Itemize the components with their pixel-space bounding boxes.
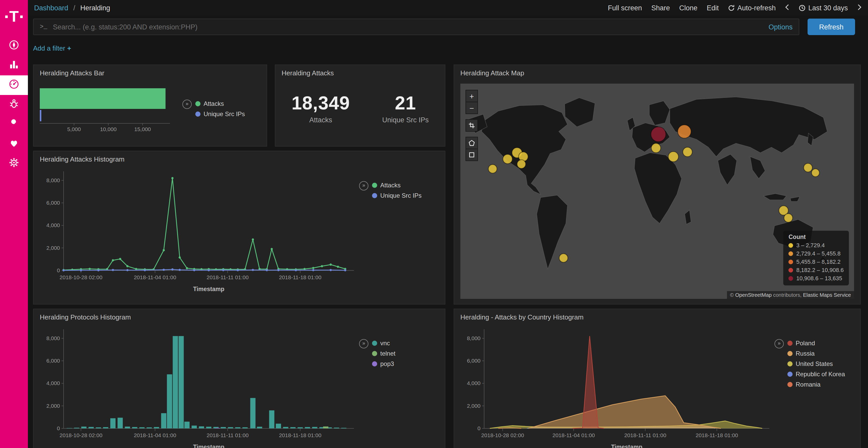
svg-text:0: 0 [477,425,480,431]
legend-toggle-icon[interactable]: » [774,339,784,348]
protocols-histogram-chart[interactable]: 02,0004,0006,0008,0002018-10-28 02:00201… [37,323,359,448]
svg-text:2018-10-28 02:00: 2018-10-28 02:00 [60,432,102,438]
legend-label: Unique Src IPs [204,110,245,118]
sidebar-item-management[interactable] [0,154,28,173]
svg-text:2,000: 2,000 [46,403,60,409]
search-input[interactable] [52,23,764,31]
legend-color-dot [372,361,377,367]
svg-text:2018-11-04 01:00: 2018-11-04 01:00 [134,274,176,280]
attacks-histogram-chart[interactable]: 02,0004,0006,0008,0002018-10-28 02:00201… [37,165,359,297]
share-button[interactable]: Share [651,4,670,12]
telekom-logo: T [5,1,23,32]
auto-refresh-button[interactable]: Auto-refresh [728,4,776,12]
sidebar-item-devtools[interactable] [0,114,28,134]
attacks-bar-chart[interactable]: 5,00010,00015,000 [37,79,179,139]
filter-bar: Add a filter+ [33,44,71,52]
elastic-maps-service-link[interactable]: Elastic Maps Service [803,292,851,298]
gear-icon [8,157,20,170]
svg-text:4,000: 4,000 [467,380,480,386]
chart-legend: » vnctelnetpop3 [359,323,437,448]
metric-unique-src-ips: 21 Unique Src IPs [382,92,429,124]
sidebar-item-dashboard[interactable] [0,75,28,95]
map-legend-item: 2,729.4 – 5,455.8 [789,250,844,256]
clone-button[interactable]: Clone [679,4,698,12]
legend-label: Russia [796,350,814,357]
legend-item[interactable]: Russia [787,350,845,357]
svg-text:Timestamp: Timestamp [193,444,224,448]
svg-text:2018-11-11 01:00: 2018-11-11 01:00 [624,432,666,438]
legend-toggle-icon[interactable]: » [359,339,368,348]
map-controls: + − [466,90,478,161]
legend-item[interactable]: Attacks [195,100,245,107]
legend-label: Attacks [380,182,401,189]
svg-text:8,000: 8,000 [467,335,480,341]
legend-item[interactable]: Unique Src IPs [195,110,245,118]
refresh-arrow-icon [728,4,735,11]
country-histogram-chart[interactable]: 02,0004,0006,0008,0002018-10-28 02:00201… [457,323,774,448]
legend-toggle-icon[interactable]: » [359,181,368,191]
legend-toggle-icon[interactable]: » [182,100,192,109]
heartbeat-icon [8,137,20,151]
map-rect-filter-button[interactable] [466,149,478,161]
openstreetmap-link[interactable]: OpenStreetMap [735,292,772,298]
sidebar-item-timelion[interactable] [0,95,28,114]
map-legend-item: 10,908.6 – 13,635 [789,275,844,281]
refresh-query-button[interactable]: Refresh [808,19,855,35]
top-navbar: Dashboard / Heralding Full screen Share … [28,0,868,15]
time-forward-button[interactable] [857,4,862,12]
svg-text:6,000: 6,000 [467,358,480,364]
add-filter-link[interactable]: Add a filter+ [33,44,71,52]
search-box: >_ Options [33,19,799,35]
breadcrumb-dashboard-link[interactable]: Dashboard [34,4,68,12]
legend-label: Republic of Korea [796,371,845,378]
svg-text:6,000: 6,000 [46,358,60,364]
legend-item[interactable]: telnet [372,350,396,357]
time-range-picker[interactable]: Last 30 days [799,4,848,12]
legend-item[interactable]: Attacks [372,182,422,189]
svg-text:6,000: 6,000 [46,200,60,206]
time-back-button[interactable] [785,4,790,12]
legend-item[interactable]: vnc [372,340,396,347]
svg-text:0: 0 [57,267,60,273]
map-zoom-in-button[interactable]: + [466,90,478,102]
sidebar-item-visualize[interactable] [0,56,28,75]
map-legend-title: Count [789,234,844,240]
sidebar-item-monitoring[interactable] [0,134,28,154]
legend-item[interactable]: Romania [787,381,845,388]
legend-item[interactable]: Unique Src IPs [372,192,422,199]
query-options-link[interactable]: Options [769,23,793,31]
wrench-icon [8,118,20,131]
map-zoom-out-button[interactable]: − [466,102,478,114]
full-screen-button[interactable]: Full screen [608,4,642,12]
app-sidebar: T [0,0,28,448]
svg-text:4,000: 4,000 [46,222,60,228]
map-legend-label: 2,729.4 – 5,455.8 [797,250,841,256]
edit-button[interactable]: Edit [707,4,719,12]
world-map[interactable]: + − Count 3 – 2,729.42,729.4 – 5,455.85,… [460,83,854,299]
map-legend-color-dot [789,251,793,256]
legend-item[interactable]: United States [787,360,845,368]
panel-heralding-attacks-metric: Heralding Attacks 18,349 Attacks 21 Uniq… [275,65,445,146]
map-polygon-filter-button[interactable] [466,137,478,149]
panel-title: Heralding Attacks [275,65,445,78]
svg-text:5,000: 5,000 [67,126,81,132]
logo-square-right [20,15,23,18]
svg-text:2018-10-28 02:00: 2018-10-28 02:00 [481,432,524,438]
chevron-right-icon [857,4,862,10]
legend-item[interactable]: Republic of Korea [787,371,845,378]
map-legend-item: 8,182.2 – 10,908.6 [789,267,844,273]
map-count-legend: Count 3 – 2,729.42,729.4 – 5,455.85,455.… [783,231,849,285]
legend-item[interactable]: pop3 [372,360,396,368]
breadcrumb: Dashboard / Heralding [34,4,110,12]
map-fit-bounds-button[interactable] [466,119,478,132]
metric-group: 18,349 Attacks 21 Unique Src IPs [275,81,445,135]
svg-text:8,000: 8,000 [46,177,60,183]
logo-square-left [5,15,8,18]
chart-legend: » AttacksUnique Src IPs [182,100,255,118]
sidebar-item-discover[interactable] [0,36,28,56]
legend-item[interactable]: Poland [787,340,845,347]
svg-text:2,000: 2,000 [46,245,60,251]
metric-label: Unique Src IPs [382,116,429,124]
svg-text:2018-11-11 01:00: 2018-11-11 01:00 [207,432,249,438]
metric-attacks: 18,349 Attacks [291,92,350,124]
